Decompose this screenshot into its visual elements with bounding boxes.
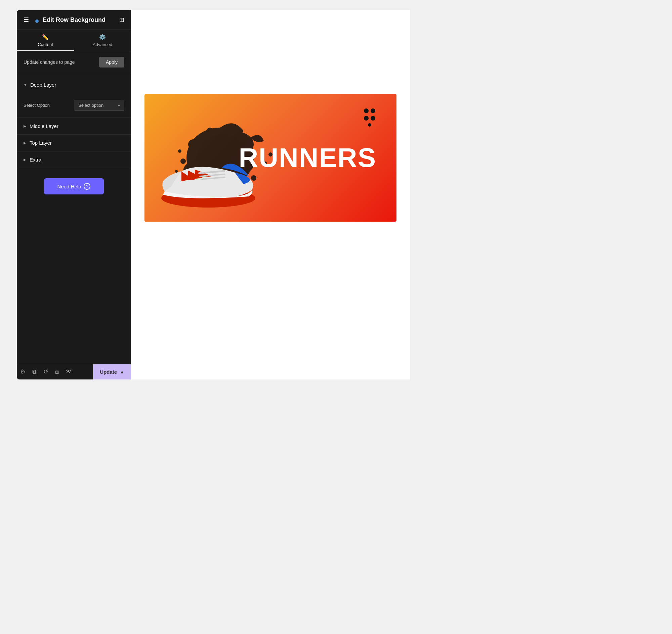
top-layer-label: Top Layer: [29, 140, 52, 146]
dropdown-arrow-icon: ▾: [118, 103, 120, 108]
middle-layer-label: Middle Layer: [29, 123, 59, 129]
svg-point-24: [364, 116, 369, 121]
section-middle-layer: ▶ Middle Layer: [17, 118, 131, 135]
sidebar-title: Edit Row Background: [43, 17, 106, 24]
update-bar: Update changes to page Apply: [17, 51, 131, 73]
section-deep-layer: ▼ Deep Layer Select Option Select option…: [17, 77, 131, 118]
deep-layer-arrow: ▼: [23, 83, 27, 87]
middle-layer-header[interactable]: ▶ Middle Layer: [17, 118, 131, 134]
select-option-row: Select Option Select option Option 1 Opt…: [24, 100, 124, 111]
chevron-up-icon: ▲: [120, 369, 124, 374]
gear-icon: ⚙️: [99, 34, 106, 40]
tab-advanced-label: Advanced: [93, 42, 112, 47]
update-changes-text: Update changes to page: [24, 59, 75, 65]
deep-layer-label: Deep Layer: [30, 82, 56, 88]
deep-layer-content: Select Option Select option Option 1 Opt…: [17, 93, 131, 118]
settings-icon[interactable]: ⚙: [20, 368, 26, 375]
shoe-image: [151, 124, 265, 218]
hamburger-icon[interactable]: ☰: [24, 16, 29, 24]
pencil-icon: ✏️: [42, 34, 49, 40]
sidebar-content: ▼ Deep Layer Select Option Select option…: [17, 73, 131, 364]
history-icon[interactable]: ↺: [43, 368, 48, 375]
select-option-dropdown[interactable]: Select option Option 1 Option 2 Option 3…: [74, 100, 124, 111]
apply-button[interactable]: Apply: [99, 57, 124, 68]
extra-header[interactable]: ▶ Extra: [17, 151, 131, 168]
help-question-icon: ?: [84, 183, 90, 190]
help-button[interactable]: Need Help ?: [44, 178, 104, 194]
svg-point-23: [371, 108, 375, 113]
svg-point-26: [368, 123, 371, 127]
section-extra: ▶ Extra: [17, 151, 131, 168]
help-section: Need Help ?: [17, 168, 131, 204]
tab-advanced[interactable]: ⚙️ Advanced: [74, 30, 131, 51]
tab-content[interactable]: ✏️ Content: [17, 30, 74, 51]
extra-label: Extra: [29, 157, 41, 163]
tab-content-label: Content: [38, 42, 53, 47]
banner-image: RUNNERS: [144, 94, 396, 222]
select-option-label: Select Option: [24, 103, 50, 108]
update-button[interactable]: Update ▲: [93, 364, 131, 380]
update-button-label: Update: [100, 369, 117, 375]
preview-area: RUNNERS: [131, 10, 410, 380]
middle-layer-arrow: ▶: [24, 124, 26, 128]
duplicate-icon[interactable]: ⧈: [55, 368, 59, 375]
dots-decoration: [363, 107, 376, 128]
layers-icon[interactable]: ⧉: [32, 368, 37, 375]
sidebar-header: ☰ Edit Row Background ⊞: [17, 10, 131, 30]
sidebar: ☰ Edit Row Background ⊞ ✏️ Content ⚙️ Ad…: [17, 10, 131, 380]
bottom-toolbar: ⚙ ⧉ ↺ ⧈ 👁 Update ▲: [17, 364, 131, 380]
extra-arrow: ▶: [24, 158, 26, 162]
svg-point-22: [364, 108, 369, 113]
top-layer-header[interactable]: ▶ Top Layer: [17, 135, 131, 151]
help-button-label: Need Help: [57, 184, 81, 189]
grid-icon[interactable]: ⊞: [119, 16, 124, 24]
toolbar-icons-group: ⚙ ⧉ ↺ ⧈ 👁: [17, 364, 93, 380]
select-option-select[interactable]: Select option Option 1 Option 2 Option 3: [78, 103, 115, 108]
tabs-container: ✏️ Content ⚙️ Advanced: [17, 30, 131, 51]
deep-layer-header[interactable]: ▼ Deep Layer: [17, 77, 131, 93]
top-layer-arrow: ▶: [24, 141, 26, 145]
section-top-layer: ▶ Top Layer: [17, 135, 131, 151]
eye-icon[interactable]: 👁: [66, 368, 72, 375]
svg-point-25: [371, 116, 375, 121]
blue-dot-decoration: [35, 20, 39, 23]
